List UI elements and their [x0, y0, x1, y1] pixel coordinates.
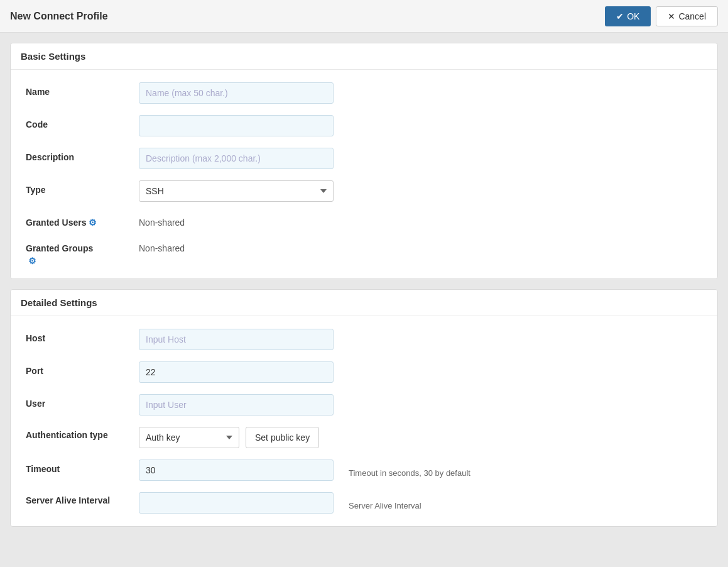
basic-settings-header: Basic Settings	[11, 43, 717, 70]
timeout-row: Timeout Timeout in seconds, 30 by defaul…	[26, 460, 702, 481]
auth-type-row: Authentication type Auth key Password No…	[26, 427, 702, 448]
auth-type-control: Auth key Password None Set public key	[139, 427, 702, 448]
granted-users-label-wrap: Granted Users ⚙	[26, 217, 139, 228]
host-row: Host	[26, 329, 702, 350]
auth-type-label: Authentication type	[26, 427, 139, 442]
description-input[interactable]	[139, 148, 334, 169]
granted-groups-value: Non-shared	[139, 239, 702, 253]
port-label: Port	[26, 361, 139, 376]
host-label: Host	[26, 329, 139, 343]
user-label: User	[26, 394, 139, 409]
modal-body: Basic Settings Name Code	[0, 33, 728, 537]
modal-wrapper: New Connect Profile ✔ OK ✕ Cancel Basic …	[0, 0, 728, 567]
description-label: Description	[26, 148, 139, 162]
port-input[interactable]	[139, 361, 334, 383]
timeout-hint: Timeout in seconds, 30 by default	[349, 463, 470, 478]
port-control	[139, 361, 702, 383]
name-row: Name	[26, 82, 702, 104]
modal-title: New Connect Profile	[10, 11, 108, 22]
server-alive-interval-control: Server Alive Interval	[139, 492, 702, 514]
granted-users-static: Non-shared	[139, 213, 185, 228]
server-alive-interval-label: Server Alive Interval	[26, 492, 139, 507]
type-label: Type	[26, 180, 139, 195]
timeout-label: Timeout	[26, 460, 139, 474]
granted-users-value: Non-shared	[139, 213, 702, 228]
code-input[interactable]	[139, 115, 334, 136]
granted-groups-label-wrap: Granted Groups ⚙	[26, 243, 139, 266]
ok-label: OK	[627, 11, 639, 21]
type-row: Type SSH Telnet RDP VNC	[26, 180, 702, 202]
granted-groups-static: Non-shared	[139, 239, 185, 253]
server-alive-interval-row: Server Alive Interval Server Alive Inter…	[26, 492, 702, 514]
set-public-key-button[interactable]: Set public key	[246, 427, 319, 448]
type-control: SSH Telnet RDP VNC	[139, 180, 702, 202]
user-control	[139, 394, 702, 416]
code-control	[139, 115, 702, 136]
granted-groups-gear-icon[interactable]: ⚙	[28, 256, 139, 266]
granted-users-row: Granted Users ⚙ Non-shared	[26, 213, 702, 228]
description-control	[139, 148, 702, 169]
timeout-input[interactable]	[139, 460, 334, 481]
modal-header: New Connect Profile ✔ OK ✕ Cancel	[0, 0, 728, 33]
auth-type-select[interactable]: Auth key Password None	[139, 427, 239, 448]
user-input[interactable]	[139, 394, 334, 416]
times-icon: ✕	[668, 11, 675, 21]
basic-settings-card: Basic Settings Name Code	[10, 43, 718, 279]
type-select[interactable]: SSH Telnet RDP VNC	[139, 180, 334, 202]
detailed-settings-body: Host Port User	[11, 316, 717, 526]
description-row: Description	[26, 148, 702, 169]
detailed-settings-header: Detailed Settings	[11, 290, 717, 316]
name-input[interactable]	[139, 82, 334, 104]
user-row: User	[26, 394, 702, 416]
server-alive-interval-hint: Server Alive Interval	[349, 496, 421, 510]
host-input[interactable]	[139, 329, 334, 350]
code-label: Code	[26, 115, 139, 129]
cancel-label: Cancel	[678, 11, 706, 21]
check-icon: ✔	[616, 11, 624, 21]
name-label: Name	[26, 82, 139, 97]
granted-groups-label: Granted Groups ⚙	[26, 239, 139, 266]
granted-users-label: Granted Users ⚙	[26, 213, 139, 228]
code-row: Code	[26, 115, 702, 136]
name-control	[139, 82, 702, 104]
basic-settings-body: Name Code Description	[11, 70, 717, 278]
cancel-button[interactable]: ✕ Cancel	[656, 6, 718, 26]
server-alive-interval-input[interactable]	[139, 492, 334, 514]
header-buttons: ✔ OK ✕ Cancel	[605, 6, 718, 26]
port-row: Port	[26, 361, 702, 383]
granted-groups-row: Granted Groups ⚙ Non-shared	[26, 239, 702, 266]
host-control	[139, 329, 702, 350]
granted-users-gear-icon[interactable]: ⚙	[89, 217, 97, 228]
timeout-control: Timeout in seconds, 30 by default	[139, 460, 702, 481]
ok-button[interactable]: ✔ OK	[605, 6, 651, 26]
detailed-settings-card: Detailed Settings Host Port	[10, 289, 718, 527]
